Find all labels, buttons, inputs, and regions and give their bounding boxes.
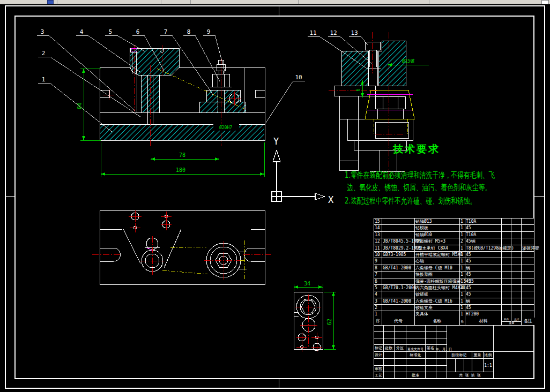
bom-cell-remark bbox=[522, 238, 534, 245]
bom-cell-name: 销轴Ø10 bbox=[415, 232, 460, 238]
bom-cell-material: 钢 bbox=[465, 265, 502, 272]
tech-requirement-line-3: 2.装配过程中零件不允许磕、碰、划伤和锈蚀。 bbox=[345, 196, 476, 206]
bom-cell-unit-weight bbox=[502, 252, 511, 258]
bom-cell-no: 9 bbox=[374, 258, 382, 265]
ucs-y-label: Y bbox=[273, 136, 279, 147]
titleblock-standard: 标准化 bbox=[406, 352, 425, 358]
titleblock-sign: 签名 bbox=[425, 345, 436, 351]
dim-180: 180 bbox=[176, 167, 185, 173]
bom-cell-unit-weight bbox=[502, 311, 511, 318]
balloon-6: 6 bbox=[136, 28, 140, 35]
bom-cell-qty: 4 bbox=[460, 285, 465, 291]
balloon-4: 4 bbox=[80, 28, 84, 35]
bom-cell-no: 5 bbox=[374, 285, 382, 291]
bom-cell-code bbox=[382, 311, 415, 318]
bom-cell-unit-weight bbox=[502, 238, 511, 245]
bom-cell-remark bbox=[522, 265, 534, 272]
titleblock-stage: 阶段标记 bbox=[447, 352, 472, 358]
bom-cell-material: 45 bbox=[465, 278, 502, 285]
bom-cell-remark bbox=[522, 218, 534, 225]
bom-cell-total-weight bbox=[511, 285, 522, 291]
bom-cell-qty: 1 bbox=[460, 272, 465, 278]
bom-cell-remark bbox=[522, 225, 534, 231]
bom-header: 序号 代号 名称 数量 材料 单件 总计 重量 备注 bbox=[374, 318, 534, 325]
bom-cell-name: C型支承钉 C8X4 bbox=[415, 245, 460, 252]
bom-cell-material: 45 bbox=[465, 285, 502, 291]
bom-cell-qty: 2 bbox=[460, 238, 465, 245]
bom-cell-code bbox=[382, 291, 415, 298]
bom-cell-name: 带肩螺钉 M5×3 bbox=[415, 238, 460, 245]
tech-requirement-line-2: 边、氧化皮、锈蚀、切屑、油污、着色剂和灰尘等。 bbox=[347, 183, 491, 193]
bom-cell-remark: 渗碳淬硬 bbox=[522, 245, 534, 252]
balloon-3: 3 bbox=[41, 28, 44, 35]
titleblock-scale-value: 1:1 bbox=[483, 363, 493, 368]
bom-cell-name: 六角螺母-C级 M16 bbox=[415, 298, 460, 305]
bom-header-code: 代号 bbox=[382, 318, 415, 325]
bom-cell-code: GB/T70.1-2000 bbox=[382, 285, 415, 291]
bom-cell-code bbox=[382, 272, 415, 278]
bom-cell-code: GB/T41-2000 bbox=[382, 298, 415, 305]
bom-cell-remark bbox=[522, 311, 534, 318]
bom-cell-no: 13 bbox=[374, 232, 382, 238]
balloon-1: 1 bbox=[42, 76, 46, 83]
bom-cell-name: 铰链支座 bbox=[415, 305, 460, 311]
bom-cell-material: T8(按GB/T1298的规定) bbox=[465, 245, 502, 252]
bom-cell-material: 45 bbox=[465, 258, 502, 265]
dim-78: 78 bbox=[179, 152, 185, 158]
bom-cell-material: 45 bbox=[465, 225, 502, 231]
bom-cell-unit-weight bbox=[502, 305, 511, 311]
bom-cell-material: 45钢 bbox=[465, 238, 502, 245]
bom-cell-name: 内六角圆柱头螺钉 M4X20 bbox=[415, 285, 460, 291]
bom-cell-no: 8 bbox=[374, 265, 382, 272]
balloon-12: 12 bbox=[330, 29, 337, 36]
bom-cell-unit-weight bbox=[502, 298, 511, 305]
dim-side-small: 6 bbox=[356, 88, 361, 91]
plan-view bbox=[92, 210, 272, 284]
bom-cell-unit-weight bbox=[502, 258, 511, 265]
bom-cell-qty: 1 bbox=[460, 225, 465, 231]
titleblock-check: 审核 bbox=[374, 366, 383, 372]
titleblock-process: 工艺 bbox=[374, 373, 383, 379]
bom-cell-remark bbox=[522, 278, 534, 285]
bom-cell-remark bbox=[522, 258, 534, 265]
bom-cell-no: 1 bbox=[374, 311, 382, 318]
bom-cell-no: 2 bbox=[374, 305, 382, 311]
balloon-7: 7 bbox=[164, 28, 168, 35]
dim-62: 62 bbox=[326, 319, 332, 325]
bom-cell-remark bbox=[522, 232, 534, 238]
bom-cell-total-weight bbox=[511, 291, 522, 298]
bom-cell-qty: 1 bbox=[460, 298, 465, 305]
bom-cell-no: 10 bbox=[374, 252, 382, 258]
titleblock-count: 处数 bbox=[383, 345, 394, 351]
bom-cell-name: 铰链板 bbox=[415, 291, 460, 298]
bom-cell-total-weight bbox=[511, 232, 522, 238]
bom-cell-name: 弹簧-圆柱螺旋压缩弹簧 5×25 bbox=[415, 278, 460, 285]
bom-cell-unit-weight bbox=[502, 278, 511, 285]
bom-cell-code: GB73-1985 bbox=[382, 252, 415, 258]
bom-header-qty: 数量 bbox=[460, 318, 465, 325]
bom-cell-name: 六角螺母-C级 M10 bbox=[415, 265, 460, 272]
bom-cell-remark bbox=[522, 291, 534, 298]
bom-cell-qty: 1 bbox=[460, 311, 465, 318]
bom-header-remark: 备注 bbox=[522, 318, 534, 325]
bom-cell-total-weight bbox=[511, 278, 522, 285]
tech-requirements-title: 技术要求 bbox=[393, 142, 468, 156]
balloon-11: 11 bbox=[309, 29, 316, 36]
bom-cell-no: 6 bbox=[374, 278, 382, 285]
bom-cell-remark bbox=[522, 305, 534, 311]
bom-cell-qty: 1 bbox=[460, 218, 465, 225]
bom-cell-remark bbox=[522, 298, 534, 305]
bom-table: 15 销轴Ø13 1 T10A 14 钻模板 1 45 bbox=[374, 218, 534, 319]
bom-cell-code: JB/T8045.5-1999 bbox=[382, 238, 415, 245]
bom-cell-total-weight bbox=[511, 311, 522, 318]
bom-cell-material: T10A bbox=[465, 218, 502, 225]
bom-cell-qty: 1 bbox=[460, 291, 465, 298]
balloon-5: 5 bbox=[109, 28, 113, 35]
ucs-x-label: X bbox=[328, 194, 334, 205]
bom-cell-unit-weight bbox=[502, 285, 511, 291]
bom-cell-material: HT200 bbox=[465, 311, 502, 318]
bom-cell-total-weight bbox=[511, 245, 522, 252]
balloon-10: 10 bbox=[295, 74, 302, 81]
detail-view bbox=[294, 292, 323, 352]
bom-cell-code bbox=[382, 305, 415, 311]
